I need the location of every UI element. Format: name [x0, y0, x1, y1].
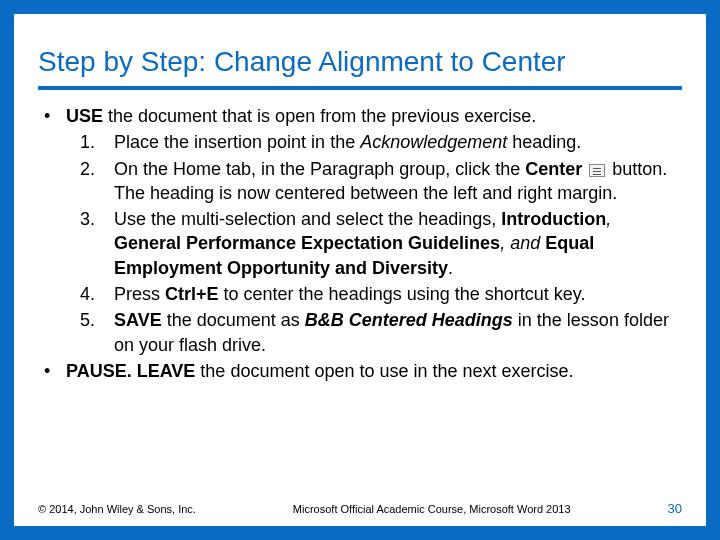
center-align-icon — [589, 164, 605, 177]
shortcut-key: Ctrl+E — [165, 284, 219, 304]
text: , and — [500, 233, 545, 253]
outro-bullet: • PAUSE. LEAVE the document open to use … — [38, 359, 682, 383]
command: SAVE — [114, 310, 162, 330]
numbered-list: 1. Place the insertion point in the Ackn… — [38, 130, 682, 357]
step-text: SAVE the document as B&B Centered Headin… — [114, 308, 682, 357]
intro-text: USE the document that is open from the p… — [66, 104, 682, 128]
bullet-marker: • — [38, 359, 66, 383]
step-number: 4. — [74, 282, 114, 306]
text: , — [606, 209, 611, 229]
text: to center the headings using the shortcu… — [219, 284, 586, 304]
step-number: 2. — [74, 157, 114, 206]
heading-name: Introduction — [501, 209, 606, 229]
intro-bullet: • USE the document that is open from the… — [38, 104, 682, 128]
text: Place the insertion point in the — [114, 132, 360, 152]
step-text: Use the multi-selection and select the h… — [114, 207, 682, 280]
footer: © 2014, John Wiley & Sons, Inc. Microsof… — [38, 501, 682, 516]
text: Use the multi-selection and select the h… — [114, 209, 501, 229]
step-number: 1. — [74, 130, 114, 154]
step-1: 1. Place the insertion point in the Ackn… — [74, 130, 682, 154]
step-2: 2. On the Home tab, in the Paragraph gro… — [74, 157, 682, 206]
intro-command: USE — [66, 106, 103, 126]
intro-rest: the document that is open from the previ… — [103, 106, 536, 126]
text: Press — [114, 284, 165, 304]
page-number: 30 — [668, 501, 682, 516]
course-title: Microsoft Official Academic Course, Micr… — [293, 503, 571, 515]
step-number: 3. — [74, 207, 114, 280]
step-5: 5. SAVE the document as B&B Centered Hea… — [74, 308, 682, 357]
step-3: 3. Use the multi-selection and select th… — [74, 207, 682, 280]
text: the document open to use in the next exe… — [195, 361, 573, 381]
outro-text: PAUSE. LEAVE the document open to use in… — [66, 359, 682, 383]
body-text: • USE the document that is open from the… — [38, 104, 682, 383]
heading-name: Acknowledgement — [360, 132, 507, 152]
step-text: Press Ctrl+E to center the headings usin… — [114, 282, 682, 306]
heading-name: General Performance Expectation Guidelin… — [114, 233, 500, 253]
step-text: On the Home tab, in the Paragraph group,… — [114, 157, 682, 206]
file-name: B&B Centered Headings — [305, 310, 513, 330]
button-name: Center — [525, 159, 582, 179]
step-4: 4. Press Ctrl+E to center the headings u… — [74, 282, 682, 306]
slide-title: Step by Step: Change Alignment to Center — [38, 46, 682, 78]
text: heading. — [507, 132, 581, 152]
title-rule — [38, 86, 682, 90]
slide: Step by Step: Change Alignment to Center… — [0, 0, 720, 540]
outro-command: PAUSE. LEAVE — [66, 361, 195, 381]
copyright: © 2014, John Wiley & Sons, Inc. — [38, 503, 196, 515]
step-number: 5. — [74, 308, 114, 357]
step-text: Place the insertion point in the Acknowl… — [114, 130, 682, 154]
bullet-marker: • — [38, 104, 66, 128]
text: . — [448, 258, 453, 278]
text: the document as — [162, 310, 305, 330]
text: On the Home tab, in the Paragraph group,… — [114, 159, 525, 179]
